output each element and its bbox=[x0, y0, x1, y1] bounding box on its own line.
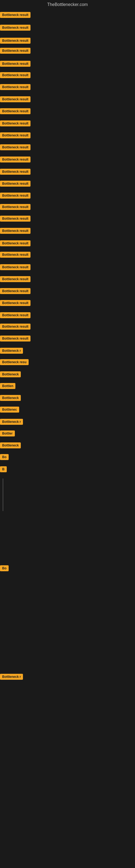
bottleneck-result-item: B bbox=[0, 466, 7, 473]
bottleneck-result-item: Bottleneck result bbox=[0, 193, 31, 199]
bottleneck-result-item: Bottleneck result bbox=[0, 108, 31, 115]
bottleneck-result-item: Bo bbox=[0, 454, 9, 461]
bottleneck-badge[interactable]: Bottleneck result bbox=[0, 228, 31, 234]
bottleneck-result-item: Bottlen bbox=[0, 383, 15, 390]
bottleneck-result-item: Bo bbox=[0, 565, 9, 572]
bottleneck-result-item: Bottleneck result bbox=[0, 264, 31, 271]
bottleneck-result-item: Bottleneck result bbox=[0, 156, 31, 163]
vertical-timeline-line bbox=[3, 478, 3, 511]
bottleneck-badge[interactable]: Bottleneck result bbox=[0, 72, 31, 78]
bottleneck-badge[interactable]: B bbox=[0, 466, 7, 472]
bottleneck-result-item: Bottleneck result bbox=[0, 48, 31, 55]
bottleneck-result-item: Bottleneck bbox=[0, 395, 21, 402]
bottleneck-badge[interactable]: Bottleneck result bbox=[0, 25, 31, 31]
bottleneck-result-item: Bottleneck result bbox=[0, 288, 31, 295]
bottleneck-badge[interactable]: Bottleneck bbox=[0, 442, 21, 448]
bottleneck-badge[interactable]: Bottleneck result bbox=[0, 156, 31, 162]
bottleneck-badge[interactable]: Bottleneck result bbox=[0, 240, 31, 246]
bottleneck-result-item: Bottleneck result bbox=[0, 252, 31, 259]
bottleneck-badge[interactable]: Bottleneck result bbox=[0, 144, 31, 150]
bottleneck-badge[interactable]: Bottleneck bbox=[0, 371, 21, 377]
bottleneck-badge[interactable]: Bottlen bbox=[0, 383, 15, 389]
bottleneck-result-item: Bottleneck bbox=[0, 442, 21, 450]
bottleneck-result-item: Bottleneck result bbox=[0, 144, 31, 151]
bottleneck-badge[interactable]: Bottleneck result bbox=[0, 12, 31, 18]
bottleneck-badge[interactable]: Bo bbox=[0, 565, 9, 571]
bottleneck-result-item: Bottler bbox=[0, 431, 15, 437]
bottleneck-badge[interactable]: Bottleneck r bbox=[0, 674, 23, 680]
bottleneck-badge[interactable]: Bottleneck result bbox=[0, 193, 31, 198]
bottleneck-badge[interactable]: Bottleneck result bbox=[0, 169, 31, 175]
site-title: TheBottlenecker.com bbox=[0, 0, 135, 9]
bottleneck-badge[interactable]: Bottleneck result bbox=[0, 204, 31, 210]
bottleneck-badge[interactable]: Bottleneck result bbox=[0, 120, 31, 126]
bottleneck-result-item: Bottleneck r bbox=[0, 674, 23, 681]
bottleneck-badge[interactable]: Bottleneck bbox=[0, 395, 21, 401]
bottleneck-result-item: Bottleneck result bbox=[0, 323, 31, 331]
bottleneck-badge[interactable]: Bottleneck r bbox=[0, 419, 23, 425]
bottleneck-result-item: Bottleneck result bbox=[0, 336, 31, 343]
bottleneck-badge[interactable]: Bottleneck r bbox=[0, 348, 23, 354]
bottleneck-badge[interactable]: Bottleneck result bbox=[0, 61, 31, 67]
bottleneck-badge[interactable]: Bottleneck result bbox=[0, 252, 31, 258]
bottleneck-result-item: Bottleneck result bbox=[0, 181, 31, 188]
bottleneck-badge[interactable]: Bottleneck result bbox=[0, 38, 31, 44]
bottleneck-badge[interactable]: Bottler bbox=[0, 431, 15, 436]
bottleneck-badge[interactable]: Bottleneck result bbox=[0, 336, 31, 341]
bottleneck-badge[interactable]: Bottleneck result bbox=[0, 300, 31, 306]
bottleneck-result-item: Bottleneck result bbox=[0, 312, 31, 319]
bottleneck-result-item: Bottleneck result bbox=[0, 38, 31, 45]
bottleneck-result-item: Bottleneck result bbox=[0, 61, 31, 68]
bottleneck-result-item: Bottleneck result bbox=[0, 204, 31, 211]
bottleneck-badge[interactable]: Bottleneck result bbox=[0, 132, 31, 138]
bottleneck-result-item: Bottleneck result bbox=[0, 216, 31, 223]
bottleneck-result-item: Bottleneck bbox=[0, 371, 21, 378]
bottleneck-result-item: Bottleneck result bbox=[0, 240, 31, 247]
bottleneck-badge[interactable]: Bottleneck result bbox=[0, 96, 31, 102]
bottleneck-badge[interactable]: Bottleneck resu bbox=[0, 359, 29, 365]
bottleneck-result-item: Bottleneck result bbox=[0, 25, 31, 32]
bottleneck-result-item: Bottleneck r bbox=[0, 419, 23, 426]
bottleneck-result-item: Bottleneck resu bbox=[0, 359, 29, 366]
bottleneck-badge[interactable]: Bottleneck result bbox=[0, 48, 31, 54]
bottleneck-result-item: Bottleneck result bbox=[0, 84, 31, 91]
bottleneck-result-item: Bottleneck result bbox=[0, 169, 31, 176]
bottleneck-result-item: Bottleneck result bbox=[0, 12, 31, 19]
bottleneck-result-item: Bottleneck result bbox=[0, 276, 31, 283]
bottleneck-badge[interactable]: Bottleneck result bbox=[0, 323, 31, 330]
bottleneck-result-item: Bottleneck result bbox=[0, 300, 31, 307]
bottleneck-result-item: Bottleneck r bbox=[0, 348, 23, 355]
bottleneck-badge[interactable]: Bottleneck result bbox=[0, 84, 31, 90]
bottleneck-badge[interactable]: Bottlenec bbox=[0, 407, 19, 412]
bottleneck-badge[interactable]: Bottleneck result bbox=[0, 264, 31, 270]
bottleneck-result-item: Bottleneck result bbox=[0, 132, 31, 140]
bottleneck-badge[interactable]: Bottleneck result bbox=[0, 181, 31, 187]
bottleneck-badge[interactable]: Bo bbox=[0, 454, 9, 460]
bottleneck-result-item: Bottleneck result bbox=[0, 96, 31, 103]
bottleneck-badge[interactable]: Bottleneck result bbox=[0, 108, 31, 114]
bottleneck-badge[interactable]: Bottleneck result bbox=[0, 312, 31, 318]
bottleneck-result-item: Bottleneck result bbox=[0, 120, 31, 127]
bottleneck-result-item: Bottlenec bbox=[0, 407, 19, 414]
bottleneck-result-item: Bottleneck result bbox=[0, 72, 31, 79]
bottleneck-result-item: Bottleneck result bbox=[0, 228, 31, 235]
bottleneck-badge[interactable]: Bottleneck result bbox=[0, 216, 31, 222]
bottleneck-badge[interactable]: Bottleneck result bbox=[0, 288, 31, 294]
bottleneck-badge[interactable]: Bottleneck result bbox=[0, 276, 31, 282]
